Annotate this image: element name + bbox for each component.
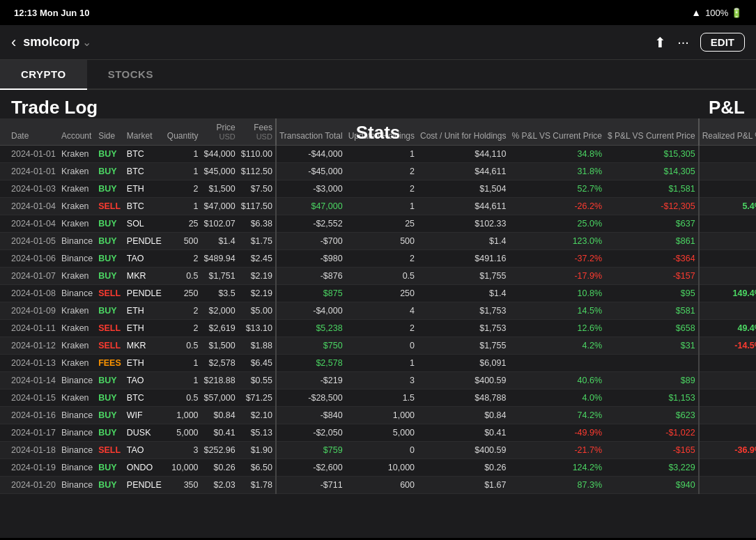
- cell-fees: $1.75: [238, 233, 276, 250]
- cell-side: SELL: [95, 320, 124, 337]
- cell-market: PENDLE: [124, 233, 164, 250]
- more-options-icon[interactable]: ···: [677, 34, 689, 50]
- cell-quantity: 25: [164, 215, 201, 233]
- cell-transaction-total: -$28,500: [276, 389, 346, 407]
- back-button[interactable]: ‹: [11, 33, 16, 52]
- cell-quantity: 1: [164, 355, 201, 372]
- cell-side: BUY: [95, 163, 124, 180]
- cell-pct-pnl: 31.8%: [509, 163, 605, 180]
- cell-pct-pnl: 123.0%: [509, 233, 605, 250]
- cell-fees: $1.90: [238, 442, 276, 459]
- cell-transaction-total: -$219: [276, 372, 346, 389]
- cell-date: 2024-01-07: [0, 268, 59, 285]
- cell-transaction-total: -$44,000: [276, 146, 346, 163]
- cell-quantity: 500: [164, 233, 201, 250]
- cell-price: $2,578: [201, 355, 238, 372]
- cell-account: Kraken: [59, 302, 95, 320]
- cell-price: $102.07: [201, 215, 238, 233]
- cell-date: 2024-01-20: [0, 477, 59, 494]
- cell-market: TAO: [124, 250, 164, 268]
- cell-account: Binance: [59, 285, 95, 302]
- cell-realized-pct: [699, 372, 756, 389]
- cell-pct-pnl: 25.0%: [509, 215, 605, 233]
- nav-title: smolcorp: [23, 35, 79, 49]
- table-row: 2024-01-18 Binance SELL TAO 3 $252.96 $1…: [0, 442, 756, 459]
- cell-pct-pnl: -26.2%: [509, 198, 605, 215]
- cell-realized-pct: [699, 355, 756, 372]
- cell-fees: $7.50: [238, 180, 276, 198]
- cell-price: $2,000: [201, 302, 238, 320]
- table-row: 2024-01-07 Kraken BUY MKR 0.5 $1,751 $2.…: [0, 268, 756, 285]
- cell-transaction-total: -$4,000: [276, 302, 346, 320]
- header-realized-pct: Realized P&L %: [699, 118, 756, 146]
- cell-account: Binance: [59, 459, 95, 477]
- cell-price: $1,500: [201, 180, 238, 198]
- cell-price: $1,500: [201, 337, 238, 355]
- header-quantity: Quantity: [164, 118, 201, 146]
- cell-account: Kraken: [59, 180, 95, 198]
- status-right: ▲ 100% 🔋: [691, 7, 742, 18]
- cell-side: BUY: [95, 424, 124, 442]
- cell-quantity: 3: [164, 442, 201, 459]
- cell-market: ETH: [124, 320, 164, 337]
- cell-date: 2024-01-05: [0, 233, 59, 250]
- cell-fees: $6.38: [238, 215, 276, 233]
- cell-price: $47,000: [201, 198, 238, 215]
- cell-transaction-total: -$700: [276, 233, 346, 250]
- cell-pct-pnl: 10.8%: [509, 285, 605, 302]
- share-icon[interactable]: ⬆: [654, 34, 666, 51]
- cell-transaction-total: $750: [276, 337, 346, 355]
- cell-quantity: 0.5: [164, 389, 201, 407]
- cell-updated-holdings: 1: [346, 355, 417, 372]
- cell-price: $489.94: [201, 250, 238, 268]
- cell-dollar-pnl: $89: [605, 372, 699, 389]
- cell-dollar-pnl: $14,305: [605, 163, 699, 180]
- status-bar: 12:13 Mon Jun 10 ▲ 100% 🔋: [0, 0, 756, 25]
- cell-cost-per-unit: $1.67: [417, 477, 509, 494]
- cell-account: Kraken: [59, 355, 95, 372]
- tab-crypto[interactable]: CRYPTO: [0, 60, 87, 90]
- cell-updated-holdings: 3: [346, 372, 417, 389]
- cell-account: Binance: [59, 477, 95, 494]
- tab-stocks[interactable]: STOCKS: [87, 60, 174, 88]
- cell-transaction-total: -$45,000: [276, 163, 346, 180]
- cell-quantity: 2: [164, 320, 201, 337]
- cell-realized-pct: [699, 233, 756, 250]
- cell-cost-per-unit: $1,755: [417, 268, 509, 285]
- cell-pct-pnl: 14.5%: [509, 302, 605, 320]
- cell-market: TAO: [124, 372, 164, 389]
- cell-pct-pnl: 52.7%: [509, 180, 605, 198]
- cell-realized-pct: [699, 146, 756, 163]
- cell-transaction-total: -$2,552: [276, 215, 346, 233]
- header-price: Price USD: [201, 118, 238, 146]
- cell-realized-pct: [699, 424, 756, 442]
- cell-quantity: 250: [164, 285, 201, 302]
- cell-fees: $117.50: [238, 198, 276, 215]
- cell-pct-pnl: 12.6%: [509, 320, 605, 337]
- cell-transaction-total: $875: [276, 285, 346, 302]
- nav-chevron-icon[interactable]: ⌄: [82, 36, 91, 49]
- cell-quantity: 0.5: [164, 268, 201, 285]
- battery-indicator: 100% 🔋: [705, 8, 742, 18]
- cell-price: $2.03: [201, 477, 238, 494]
- cell-dollar-pnl: $15,305: [605, 146, 699, 163]
- table-row: 2024-01-09 Kraken BUY ETH 2 $2,000 $5.00…: [0, 302, 756, 320]
- cell-dollar-pnl: $658: [605, 320, 699, 337]
- cell-account: Kraken: [59, 146, 95, 163]
- cell-updated-holdings: 4: [346, 302, 417, 320]
- cell-cost-per-unit: $44,611: [417, 198, 509, 215]
- cell-price: $1.4: [201, 233, 238, 250]
- cell-transaction-total: $47,000: [276, 198, 346, 215]
- trade-log-title: Trade Log: [11, 97, 98, 118]
- trade-table-container[interactable]: Date Account Side Market Quantity: [0, 118, 756, 528]
- cell-cost-per-unit: $44,611: [417, 163, 509, 180]
- cell-dollar-pnl: $95: [605, 285, 699, 302]
- cell-fees: $2.10: [238, 407, 276, 424]
- cell-pct-pnl: -21.7%: [509, 442, 605, 459]
- table-row: 2024-01-16 Binance BUY WIF 1,000 $0.84 $…: [0, 407, 756, 424]
- cell-updated-holdings: 600: [346, 477, 417, 494]
- table-row: 2024-01-15 Kraken BUY BTC 0.5 $57,000 $7…: [0, 389, 756, 407]
- edit-button[interactable]: EDIT: [700, 33, 745, 52]
- cell-cost-per-unit: $48,788: [417, 389, 509, 407]
- cell-account: Kraken: [59, 389, 95, 407]
